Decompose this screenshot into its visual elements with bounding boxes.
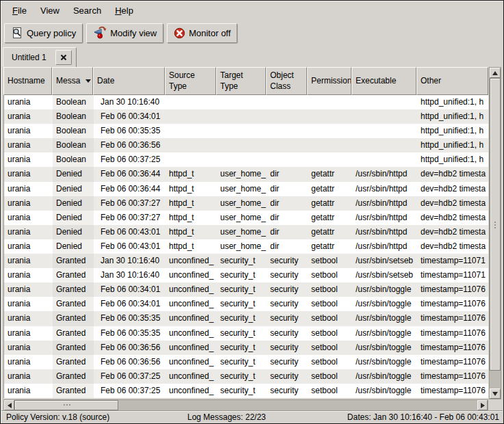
cell-executable: /usr/sbin/httpd: [352, 167, 417, 181]
cell-hostname: urania: [4, 138, 53, 153]
sort-desc-icon: [85, 79, 91, 83]
menu-file[interactable]: File: [5, 3, 34, 18]
grip-icon: [494, 221, 497, 228]
table-row[interactable]: uraniaBooleanFeb 06 00:36:56httpd_unifie…: [4, 138, 488, 153]
horizontal-scrollbar[interactable]: [3, 399, 488, 411]
cell-target-type: security_t: [217, 254, 267, 268]
cell-other: dev=hdb2 timesta: [417, 211, 488, 225]
column-header-source-type[interactable]: Source Type: [165, 67, 216, 95]
cell-other: timestamp=11076: [417, 341, 488, 355]
table-row[interactable]: uraniaGrantedJan 30 10:16:40unconfined_s…: [4, 268, 488, 282]
cell-hostname: urania: [4, 326, 53, 341]
cell-executable: [352, 138, 417, 153]
horizontal-scrollbar-thumb[interactable]: [14, 400, 118, 410]
table-row[interactable]: uraniaGrantedFeb 06 00:36:56unconfined_s…: [4, 355, 488, 369]
arrow-up-icon: [492, 71, 498, 75]
cell-executable: /usr/sbin/toggle: [352, 355, 417, 369]
column-header-message[interactable]: Messa: [52, 67, 93, 95]
menu-search[interactable]: Search: [66, 3, 108, 18]
cell-permission: [308, 153, 352, 167]
column-header-executable[interactable]: Executable: [352, 67, 416, 95]
tab-untitled-1[interactable]: Untitled 1: [3, 47, 77, 67]
cell-source-type: [165, 109, 217, 124]
table-row[interactable]: uraniaGrantedFeb 06 00:37:25unconfined_s…: [4, 369, 488, 384]
cell-source-type: httpd_t: [165, 167, 217, 181]
cell-target-type: [217, 109, 267, 124]
cell-hostname: urania: [4, 95, 53, 109]
cell-hostname: urania: [4, 268, 53, 282]
cell-message: Granted: [53, 355, 94, 369]
cell-message: Granted: [53, 311, 94, 326]
table-row[interactable]: uraniaBooleanFeb 06 00:34:01httpd_unifie…: [4, 109, 488, 124]
cell-date: Feb 06 00:36:44: [94, 182, 165, 196]
table-row[interactable]: uraniaGrantedFeb 06 00:34:01unconfined_s…: [4, 297, 488, 311]
scroll-up-button[interactable]: [490, 68, 501, 78]
table-row[interactable]: uraniaDeniedFeb 06 00:36:44httpd_tuser_h…: [4, 182, 488, 196]
arrow-right-icon: [481, 403, 485, 408]
vertical-scrollbar[interactable]: [489, 67, 501, 399]
scroll-right-button[interactable]: [477, 400, 488, 410]
seaudit-window: File View Search Help Query policy: [0, 0, 504, 424]
tab-close-button[interactable]: [55, 50, 72, 65]
cell-message: Boolean: [53, 95, 94, 109]
modify-view-button[interactable]: Modify view: [86, 23, 163, 43]
cell-message: Boolean: [53, 124, 94, 138]
cell-executable: /usr/sbin/toggle: [352, 282, 417, 297]
scroll-down-button[interactable]: [490, 388, 501, 399]
table-row[interactable]: uraniaDeniedFeb 06 00:43:01httpd_tuser_h…: [4, 225, 488, 239]
cell-target-type: [217, 138, 267, 153]
table-row[interactable]: uraniaBooleanFeb 06 00:35:35httpd_unifie…: [4, 124, 488, 138]
cell-date: Feb 06 00:37:27: [94, 196, 165, 211]
cell-message: Denied: [53, 167, 94, 181]
cell-other: httpd_unified:1, h: [417, 95, 488, 109]
cell-other: timestamp=11076: [417, 326, 488, 341]
cell-executable: /usr/sbin/httpd: [352, 196, 417, 211]
monitor-off-button[interactable]: Monitor off: [167, 23, 237, 43]
cell-message: Boolean: [53, 109, 94, 124]
cell-permission: getattr: [308, 225, 352, 239]
cell-executable: /usr/sbin/httpd: [352, 211, 417, 225]
tab-label: Untitled 1: [12, 53, 55, 62]
table-row[interactable]: uraniaGrantedFeb 06 00:35:35unconfined_s…: [4, 311, 488, 326]
cell-other: timestamp=11076: [417, 384, 488, 398]
vertical-scrollbar-thumb[interactable]: [490, 78, 501, 371]
table-row[interactable]: uraniaGrantedFeb 06 00:36:56unconfined_s…: [4, 341, 488, 355]
menu-view[interactable]: View: [34, 3, 66, 18]
column-header-hostname[interactable]: Hostname: [3, 67, 52, 95]
cell-executable: /usr/sbin/toggle: [352, 326, 417, 341]
table-row[interactable]: uraniaDeniedFeb 06 00:37:27httpd_tuser_h…: [4, 196, 488, 211]
table-row[interactable]: uraniaGrantedJan 30 10:16:40unconfined_s…: [4, 254, 488, 268]
table-row[interactable]: uraniaGrantedFeb 06 00:37:25unconfined_s…: [4, 384, 488, 398]
column-header-target-type[interactable]: Target Type: [216, 67, 266, 95]
cell-hostname: urania: [4, 254, 53, 268]
cell-target-type: security_t: [217, 384, 267, 398]
cell-permission: setbool: [308, 311, 352, 326]
cell-hostname: urania: [4, 182, 53, 196]
cell-target-type: user_home_: [217, 167, 267, 181]
scroll-left-button[interactable]: [4, 400, 14, 410]
table-row[interactable]: uraniaDeniedFeb 06 00:36:44httpd_tuser_h…: [4, 167, 488, 181]
cell-other: httpd_unified:1, h: [417, 153, 488, 167]
cell-date: Jan 30 10:16:40: [94, 254, 165, 268]
column-header-date[interactable]: Date: [93, 67, 165, 95]
table-row[interactable]: uraniaDeniedFeb 06 00:37:27httpd_tuser_h…: [4, 211, 488, 225]
column-header-object-class[interactable]: Object Class: [266, 67, 307, 95]
cell-other: httpd_unified:1, h: [417, 138, 488, 153]
query-policy-button[interactable]: Query policy: [4, 23, 83, 43]
table-row[interactable]: uraniaGrantedFeb 06 00:35:35unconfined_s…: [4, 326, 488, 341]
table-row[interactable]: uraniaBooleanJan 30 10:16:40httpd_unifie…: [4, 95, 488, 109]
column-header-permission[interactable]: Permission: [307, 67, 352, 95]
cell-date: Feb 06 00:37:25: [94, 369, 165, 384]
menu-help[interactable]: Help: [108, 3, 140, 18]
cell-date: Feb 06 00:43:01: [94, 239, 165, 254]
cell-message: Denied: [53, 211, 94, 225]
cell-source-type: unconfined_: [165, 369, 217, 384]
table-row[interactable]: uraniaGrantedFeb 06 00:34:01unconfined_s…: [4, 282, 488, 297]
table-row[interactable]: uraniaBooleanFeb 06 00:37:25httpd_unifie…: [4, 153, 488, 167]
cell-hostname: urania: [4, 311, 53, 326]
table-row[interactable]: uraniaDeniedFeb 06 00:43:01httpd_tuser_h…: [4, 239, 488, 254]
column-header-other[interactable]: Other: [416, 67, 488, 95]
cell-object-class: dir: [267, 225, 308, 239]
cell-hostname: urania: [4, 369, 53, 384]
cell-source-type: httpd_t: [165, 211, 217, 225]
